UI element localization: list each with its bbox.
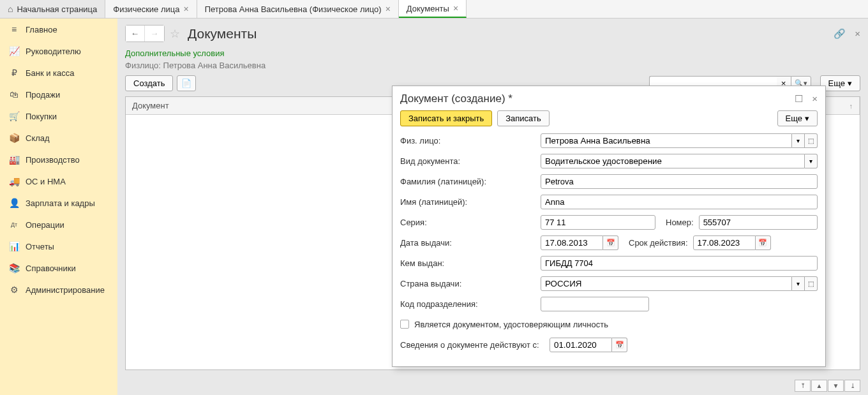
surname-label: Фамилия (латиницей): [400,177,541,186]
sidebar-item-label: Справочники [26,264,76,273]
expiry-date-input[interactable] [693,235,756,250]
gear-icon: ⚙ [9,285,19,295]
close-icon[interactable]: × [183,4,188,14]
name-input[interactable] [541,195,818,209]
chevron-down-icon: ▾ [805,114,809,123]
nav-bottom-button[interactable]: ⤓ [844,380,860,392]
sidebar-item-references[interactable]: 📚Справочники [0,257,117,279]
doctype-label: Вид документа: [400,156,541,166]
issue-date-label: Дата выдачи: [400,238,541,248]
calendar-button[interactable]: 📅 [603,235,618,250]
nav-down-button[interactable]: ▼ [828,380,844,392]
issued-by-label: Кем выдан: [400,258,541,268]
home-icon: ⌂ [8,4,13,14]
page-title: Документы [188,26,257,41]
open-ref-button[interactable]: ⬚ [805,276,818,291]
document-create-modal: Документ (создание) * ☐ × Записать и зак… [392,86,826,367]
close-icon[interactable]: × [453,3,458,13]
sidebar-item-label: Производство [26,155,80,165]
issued-by-input[interactable] [541,256,818,271]
sidebar-item-operations[interactable]: ДтОперации [0,214,117,235]
bars-icon: 📊 [9,241,19,251]
save-button[interactable]: Записать [497,110,550,126]
save-and-close-button[interactable]: Записать и закрыть [400,110,492,126]
doctype-input[interactable] [541,154,805,168]
books-icon: 📚 [9,263,19,273]
issue-date-input[interactable] [541,235,603,250]
series-label: Серия: [400,218,541,227]
dropdown-button[interactable]: ▾ [792,133,805,148]
identity-checkbox[interactable] [400,320,409,329]
person-label: Физ. лицо: [400,136,541,145]
sidebar-item-manager[interactable]: 📈Руководителю [0,40,117,62]
surname-input[interactable] [541,174,818,189]
tab-label: Документы [407,4,449,13]
create-button[interactable]: Создать [125,75,173,91]
number-input[interactable] [699,215,818,230]
sidebar-item-main[interactable]: ≡Главное [0,19,117,40]
valid-from-label: Сведения о документе действуют с: [400,340,550,350]
bag-icon: 🛍 [9,89,19,100]
number-label: Номер: [655,218,699,227]
nav-up-button[interactable]: ▲ [811,380,827,392]
sidebar-item-sales[interactable]: 🛍Продажи [0,84,117,105]
link-icon[interactable]: 🔗 [834,28,846,40]
copy-button[interactable]: 📄 [177,75,196,91]
sidebar-item-label: ОС и НМА [26,177,66,186]
maximize-icon[interactable]: ☐ [795,93,803,105]
sidebar-item-label: Главное [26,25,57,34]
box-icon: 📦 [9,133,19,143]
sidebar-item-bank[interactable]: ₽Банк и касса [0,62,117,84]
country-input[interactable] [541,276,792,291]
close-icon[interactable]: × [812,93,818,105]
tab-documents[interactable]: Документы × [399,0,467,18]
dropdown-button[interactable]: ▾ [792,276,805,291]
table-nav: ⤒ ▲ ▼ ⤓ [117,376,868,395]
sidebar: ≡Главное 📈Руководителю ₽Банк и касса 🛍Пр… [0,19,117,395]
open-ref-button[interactable]: ⬚ [805,133,818,148]
sidebar-item-payroll[interactable]: 👤Зарплата и кадры [0,192,117,214]
close-page-icon[interactable]: × [855,28,860,39]
sidebar-item-label: Склад [26,133,50,143]
name-label: Имя (латиницей): [400,197,541,207]
modal-title: Документ (создание) * [400,93,513,105]
cart-icon: 🛒 [9,111,19,121]
sidebar-item-purchases[interactable]: 🛒Покупки [0,105,117,127]
back-button[interactable]: ← [126,26,145,41]
additional-conditions-link[interactable]: Дополнительные условия [125,46,860,59]
sidebar-item-label: Отчеты [26,242,54,251]
sidebar-item-label: Продажи [26,90,60,100]
country-label: Страна выдачи: [400,279,541,288]
person-icon: 👤 [9,198,19,208]
forward-button[interactable]: → [145,26,164,41]
sidebar-item-admin[interactable]: ⚙Администрирование [0,279,117,301]
sidebar-item-label: Руководителю [26,47,81,56]
tab-individuals[interactable]: Физические лица × [105,0,197,18]
sidebar-item-assets[interactable]: 🚚ОС и НМА [0,170,117,192]
sidebar-item-production[interactable]: 🏭Производство [0,149,117,170]
filter-line: Физлицо: Петрова Анна Васильевна [125,59,860,75]
more-button[interactable]: Еще ▾ [820,75,860,91]
person-input[interactable] [541,133,792,148]
tab-label: Начальная страница [17,4,97,14]
series-input[interactable] [541,215,655,230]
dept-input[interactable] [541,297,649,311]
nav-top-button[interactable]: ⤒ [795,380,811,392]
calendar-button[interactable]: 📅 [612,338,627,352]
close-icon[interactable]: × [385,4,391,14]
dropdown-button[interactable]: ▾ [805,154,818,168]
truck-icon: 🚚 [9,176,19,186]
valid-from-input[interactable] [550,338,612,352]
expiry-label: Срок действия: [618,238,693,248]
hamburger-icon: ≡ [9,24,19,34]
tab-person[interactable]: Петрова Анна Васильевна (Физическое лицо… [197,0,399,18]
chart-icon: 📈 [9,46,19,56]
sidebar-item-warehouse[interactable]: 📦Склад [0,127,117,149]
chevron-down-icon: ▾ [848,78,852,88]
calendar-button[interactable]: 📅 [756,235,771,250]
sidebar-item-label: Банк и касса [26,68,75,78]
favorite-icon[interactable]: ☆ [170,27,180,41]
tab-home[interactable]: ⌂ Начальная страница [0,0,105,18]
sidebar-item-reports[interactable]: 📊Отчеты [0,235,117,257]
modal-more-button[interactable]: Еще ▾ [777,110,818,126]
